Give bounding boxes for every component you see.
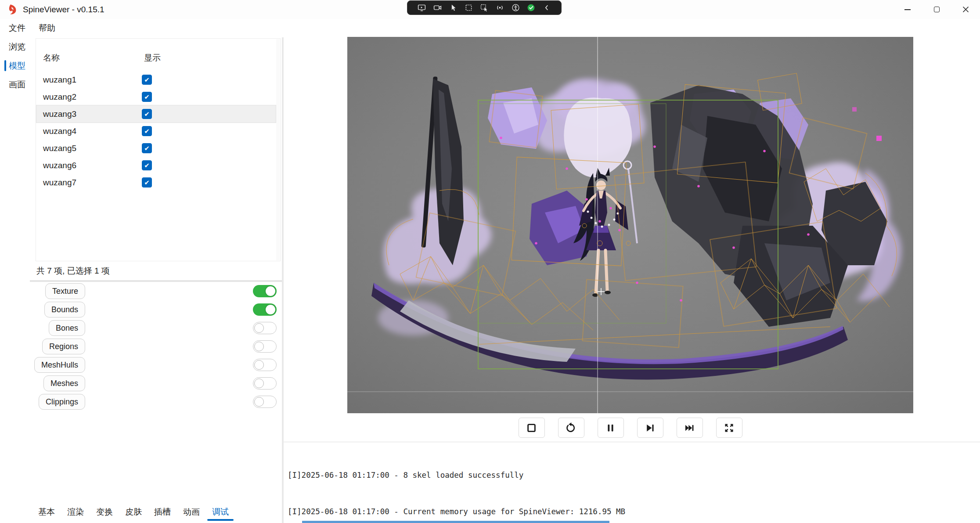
meshhulls-switch[interactable] (253, 359, 277, 371)
debug-row: MeshHulls (36, 357, 277, 373)
model-name: wuzang3 (43, 109, 76, 119)
left-panel: 名称 显示 wuzang1 wuzang2 wuzang3 wuzang4 wu… (30, 37, 282, 523)
switch-knob (254, 342, 264, 351)
sidebar-item-browse[interactable]: 浏览 (0, 37, 30, 56)
table-row[interactable]: wuzang5 (36, 140, 276, 157)
screen-record-icon[interactable] (417, 3, 427, 13)
menu-bar: 文件 帮助 (0, 19, 980, 37)
close-button[interactable] (951, 0, 980, 19)
sidebar-item-label: 浏览 (9, 41, 25, 53)
debug-panel: Texture Bounds Bones Regions MeshHulls M… (36, 283, 277, 412)
bottom-accent-bar (302, 521, 609, 523)
stop-icon (526, 422, 537, 434)
model-name: wuzang5 (43, 144, 76, 153)
model-table: 名称 显示 wuzang1 wuzang2 wuzang3 wuzang4 wu… (36, 38, 281, 261)
model-name: wuzang2 (43, 92, 76, 102)
meshes-switch[interactable] (253, 377, 277, 390)
accessibility-icon[interactable] (511, 3, 520, 13)
sidebar: 浏览 模型 画面 (0, 37, 30, 523)
pause-button[interactable] (598, 418, 624, 438)
bounds-switch[interactable] (253, 303, 277, 316)
chevron-left-icon[interactable] (542, 3, 551, 13)
sidebar-item-model[interactable]: 模型 (0, 56, 30, 75)
visibility-checkbox[interactable] (142, 160, 152, 170)
capture-toolbar[interactable] (407, 0, 562, 15)
tab-transform[interactable]: 变换 (96, 506, 113, 518)
sidebar-item-screen[interactable]: 画面 (0, 75, 30, 94)
texture-switch[interactable] (253, 285, 277, 297)
title-bar[interactable]: SpineViewer - v0.15.1 (0, 0, 980, 19)
tab-label: 基本 (38, 507, 55, 516)
close-icon (962, 6, 969, 13)
log-line: [I]2025-06-18 01:17:00 - 8 skel loaded s… (288, 469, 975, 482)
table-row[interactable]: wuzang4 (36, 123, 276, 140)
tab-label: 皮肤 (125, 507, 142, 516)
tab-debug[interactable]: 调试 (212, 506, 229, 518)
window-controls (893, 0, 980, 19)
visibility-checkbox[interactable] (142, 143, 152, 153)
maximize-icon (934, 7, 940, 12)
meshes-toggle-button[interactable]: Meshes (43, 375, 85, 391)
cursor-icon[interactable] (448, 3, 458, 13)
tab-label: 渲染 (67, 507, 84, 516)
minimize-icon (904, 9, 911, 10)
visibility-checkbox[interactable] (142, 177, 152, 188)
meshhulls-toggle-button[interactable]: MeshHulls (34, 357, 85, 373)
clippings-toggle-button[interactable]: Clippings (39, 394, 85, 410)
maximize-button[interactable] (922, 0, 951, 19)
menu-help[interactable]: 帮助 (39, 22, 55, 34)
fullscreen-icon (723, 422, 735, 434)
fast-forward-button[interactable] (677, 418, 703, 438)
table-row[interactable]: wuzang2 (36, 88, 276, 105)
spineviewer-window: SpineViewer - v0.15.1 (0, 0, 980, 523)
reset-button[interactable] (558, 418, 584, 438)
regions-toggle-button[interactable]: Regions (42, 339, 85, 354)
column-header-visible: 显示 (144, 52, 161, 64)
region-icon[interactable] (464, 3, 473, 13)
bounds-toggle-button[interactable]: Bounds (44, 302, 85, 317)
tab-render[interactable]: 渲染 (67, 506, 84, 518)
tab-animation[interactable]: 动画 (183, 506, 200, 518)
broadcast-icon[interactable] (495, 3, 505, 13)
column-header-name: 名称 (43, 52, 60, 64)
table-row[interactable]: wuzang1 (36, 71, 276, 88)
switch-knob (254, 397, 264, 407)
sidebar-item-label: 模型 (9, 60, 25, 72)
viewport-canvas[interactable] (347, 37, 913, 413)
switch-knob (254, 379, 264, 388)
stop-button[interactable] (519, 418, 545, 438)
tab-basic[interactable]: 基本 (38, 506, 55, 518)
bones-toggle-button[interactable]: Bones (49, 320, 85, 336)
switch-knob (254, 323, 264, 333)
tab-label: 插槽 (154, 507, 171, 516)
texture-toggle-button[interactable]: Texture (45, 283, 85, 299)
table-scrollbar[interactable] (276, 39, 280, 260)
bones-switch[interactable] (253, 322, 277, 334)
log-output[interactable]: [I]2025-06-18 01:17:00 - 8 skel loaded s… (288, 445, 975, 523)
fast-forward-icon (684, 422, 695, 434)
window-title: SpineViewer - v0.15.1 (23, 0, 104, 19)
check-icon[interactable] (526, 3, 536, 13)
region-select-icon[interactable] (479, 3, 489, 13)
debug-row: Regions (36, 339, 277, 354)
minimize-button[interactable] (893, 0, 922, 19)
clippings-switch[interactable] (253, 396, 277, 408)
table-row[interactable]: wuzang7 (36, 174, 276, 191)
camera-icon[interactable] (432, 3, 442, 13)
visibility-checkbox[interactable] (142, 75, 152, 85)
log-line: [I]2025-06-18 01:17:00 - Current memory … (288, 506, 975, 518)
debug-row: Clippings (36, 394, 277, 410)
step-forward-button[interactable] (637, 418, 663, 438)
menu-file[interactable]: 文件 (9, 22, 25, 34)
table-row[interactable]: wuzang3 (36, 105, 276, 123)
tab-slot[interactable]: 插槽 (154, 506, 171, 518)
visibility-checkbox[interactable] (142, 92, 152, 102)
visibility-checkbox[interactable] (142, 109, 152, 119)
table-row[interactable]: wuzang6 (36, 157, 276, 174)
fullscreen-button[interactable] (716, 418, 742, 438)
tab-skin[interactable]: 皮肤 (125, 506, 142, 518)
horizontal-splitter[interactable] (30, 280, 282, 282)
visibility-checkbox[interactable] (142, 126, 152, 136)
panel-splitter[interactable] (282, 37, 284, 523)
regions-switch[interactable] (253, 340, 277, 353)
